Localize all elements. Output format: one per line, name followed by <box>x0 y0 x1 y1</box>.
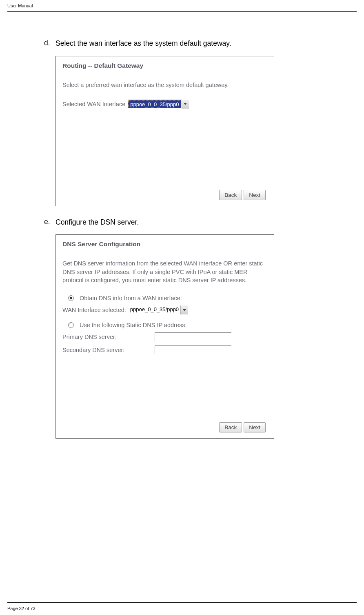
primary-dns-input[interactable] <box>155 332 231 341</box>
wan-interface-select-value: pppoe_0_0_35/ppp0 <box>128 100 181 108</box>
back-button[interactable]: Back <box>219 422 242 432</box>
step-e-text: Configure the DSN server. <box>55 218 139 227</box>
wan-interface-field: Selected WAN Interface pppoe_0_0_35/ppp0 <box>62 100 267 109</box>
routing-button-row: Back Next <box>219 190 266 200</box>
secondary-dns-input[interactable] <box>155 345 231 354</box>
back-button[interactable]: Back <box>219 190 242 200</box>
step-e-marker: e. <box>44 218 55 226</box>
dns-panel-desc: Get DNS server information from the sele… <box>62 259 267 284</box>
primary-dns-label: Primary DNS server: <box>62 334 152 340</box>
header-rule <box>7 11 357 12</box>
wan-interface-select[interactable]: pppoe_0_0_35/ppp0 <box>128 100 189 109</box>
dns-panel-title: DNS Server Configuration <box>62 241 267 248</box>
step-d-marker: d. <box>44 39 55 47</box>
radio-obtain-dns[interactable] <box>68 295 74 301</box>
secondary-dns-field: Secondary DNS server: <box>62 345 267 354</box>
static-dns-option[interactable]: Use the following Static DNS IP address: <box>68 322 267 328</box>
step-d: d. Select the wan interface as the syste… <box>44 39 338 49</box>
header-title: User Manual <box>7 3 33 8</box>
wan-selected-value: pppoe_0_0_35/ppp0 <box>129 305 180 314</box>
wan-selected-select[interactable]: pppoe_0_0_35/ppp0 <box>129 305 188 314</box>
wan-interface-label: Selected WAN Interface <box>62 101 125 107</box>
static-dns-label: Use the following Static DNS IP address: <box>80 322 186 328</box>
obtain-dns-option[interactable]: Obtain DNS info from a WAN interface: <box>68 295 267 301</box>
obtain-dns-label: Obtain DNS info from a WAN interface: <box>80 295 182 301</box>
dns-button-row: Back Next <box>219 422 266 432</box>
next-button[interactable]: Next <box>244 190 266 200</box>
routing-panel-desc: Select a preferred wan interface as the … <box>62 81 267 89</box>
chevron-down-icon[interactable] <box>182 100 189 109</box>
footer-rule <box>7 602 357 603</box>
chevron-down-icon[interactable] <box>180 305 188 314</box>
secondary-dns-label: Secondary DNS server: <box>62 347 152 353</box>
next-button[interactable]: Next <box>244 422 266 432</box>
footer-text: Page 32 of 73 <box>7 606 36 611</box>
radio-static-dns[interactable] <box>68 322 74 328</box>
step-d-text: Select the wan interface as the system d… <box>55 39 231 49</box>
routing-panel-title: Routing -- Default Gateway <box>62 62 267 69</box>
step-e: e. Configure the DSN server. <box>44 218 338 227</box>
wan-selected-field: WAN Interface selected: pppoe_0_0_35/ppp… <box>62 305 267 314</box>
routing-panel: Routing -- Default Gateway Select a pref… <box>55 56 274 206</box>
wan-selected-label: WAN Interface selected: <box>62 307 126 313</box>
dns-panel: DNS Server Configuration Get DNS server … <box>55 234 274 439</box>
page-content: d. Select the wan interface as the syste… <box>44 39 338 439</box>
primary-dns-field: Primary DNS server: <box>62 332 267 341</box>
